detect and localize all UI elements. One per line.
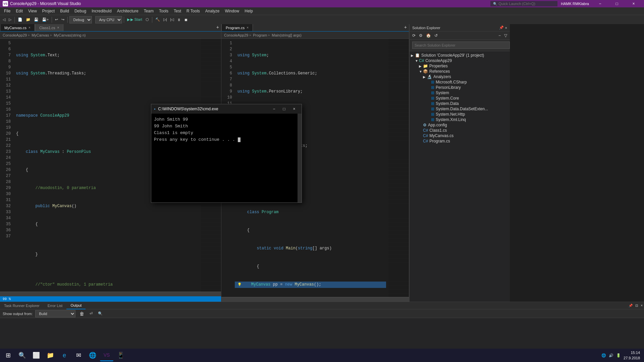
taskbar-vs-button[interactable]: VS [100, 349, 113, 361]
taskbar-extra-button[interactable]: 📱 [114, 349, 127, 361]
output-clear-button[interactable]: 🗑 [78, 310, 86, 318]
restore-button[interactable]: □ [609, 0, 625, 7]
menu-architecture[interactable]: Architecture [114, 7, 141, 15]
menu-project[interactable]: Project [40, 7, 57, 15]
tab-task-runner[interactable]: Task Runner Explorer [0, 302, 44, 309]
tree-app-config[interactable]: ⚙ App.config [410, 122, 510, 128]
toolbar-extra-4[interactable]: ⏹ [183, 16, 189, 24]
tree-ref-system-net-http[interactable]: ⊞ System.Net.Http [410, 112, 510, 117]
taskbar-chrome-button[interactable]: 🌐 [86, 349, 99, 361]
toolbar-extra-3[interactable]: ⏸ [176, 16, 182, 24]
open-button[interactable]: 📁 [24, 16, 32, 24]
right-new-tab-button[interactable]: + [402, 24, 409, 31]
menu-tools[interactable]: Tools [156, 7, 171, 15]
menu-incredibuild[interactable]: IncredibuId [89, 7, 114, 15]
project-expand-arrow[interactable]: ▼ [415, 59, 419, 63]
sol-sync-button[interactable]: ⟳ [411, 33, 417, 39]
tree-ref-system-core[interactable]: ⊞ System.Core [410, 96, 510, 101]
build-button[interactable]: 🔨 [154, 16, 161, 24]
undo-button[interactable]: ↩ [54, 16, 59, 24]
save-all-button[interactable]: 💾+ [41, 16, 50, 24]
cmd-close-button[interactable]: × [289, 105, 299, 113]
debug-mode-dropdown[interactable]: Debug [69, 16, 92, 23]
tray-network-icon[interactable]: 🌐 [601, 353, 606, 358]
bottom-close-button[interactable]: × [639, 302, 644, 310]
tab-class1-close[interactable]: × [57, 26, 59, 29]
taskbar-file-explorer-button[interactable]: 📁 [44, 349, 57, 361]
tab-error-list[interactable]: Error List [44, 302, 67, 309]
breadcrumb-project-right[interactable]: ConsoleApp29 [224, 33, 248, 37]
cmd-window-controls[interactable]: − □ × [269, 105, 299, 113]
menu-view[interactable]: View [25, 7, 40, 15]
properties-expand-arrow[interactable]: ▶ [419, 64, 423, 68]
cmd-minimize-button[interactable]: − [269, 105, 279, 113]
left-hscroll[interactable] [0, 292, 221, 296]
menu-analyze[interactable]: Analyze [203, 7, 222, 15]
new-file-button[interactable]: 📄 [16, 16, 24, 24]
tree-ref-personlibrary[interactable]: ⊞ PersonLibrary [410, 85, 510, 90]
platform-dropdown[interactable]: Any CPU [95, 16, 122, 23]
breadcrumb-class-left[interactable]: MyCanvas [32, 33, 49, 37]
quick-launch-area[interactable]: 🔍 [490, 1, 557, 6]
nav-forward-button[interactable]: ▷ [7, 16, 13, 24]
save-button[interactable]: 💾 [33, 16, 40, 24]
taskbar-search-button[interactable]: 🔍 [15, 349, 29, 361]
tray-volume-icon[interactable]: 🔊 [609, 353, 613, 358]
tree-project[interactable]: ▼ C# ConsoleApp29 [410, 58, 510, 63]
references-expand-arrow[interactable]: ▼ [419, 70, 423, 73]
close-panel-icon[interactable]: × [505, 26, 507, 30]
cmd-restore-button[interactable]: □ [279, 105, 289, 113]
tree-references[interactable]: ▼ 📦 References [410, 69, 510, 74]
left-new-tab-button[interactable]: + [214, 24, 221, 31]
tree-ref-system[interactable]: ⊞ System [410, 90, 510, 96]
tab-output[interactable]: Output [66, 302, 86, 309]
tree-ref-system-xml-linq[interactable]: ⊞ System.Xml.Linq [410, 117, 510, 122]
minimize-button[interactable]: − [592, 0, 608, 7]
taskbar-task-view-button[interactable]: ⬜ [30, 349, 43, 361]
solution-explorer-search-area[interactable] [410, 40, 510, 51]
tab-mycanvas[interactable]: MyCanvas.cs × [0, 24, 35, 31]
breadcrumb-project-left[interactable]: ConsoleApp29 [3, 33, 27, 37]
tree-analyzers[interactable]: ▶ 🔬 Analyzers [410, 74, 510, 79]
sol-props-button[interactable]: ⚙ [418, 33, 424, 39]
menu-help[interactable]: Help [242, 7, 256, 15]
sol-filter-button[interactable]: ▽ [503, 33, 508, 39]
analyzers-expand-arrow[interactable]: ▶ [423, 75, 427, 79]
menu-rtools[interactable]: R Tools [184, 7, 203, 15]
sol-home-button[interactable]: 🏠 [425, 33, 432, 39]
menu-window[interactable]: Window [222, 7, 242, 15]
nav-back-button[interactable]: ◁ [1, 16, 7, 24]
start-button[interactable]: ▶ ▶ Start [126, 16, 143, 24]
tree-solution-root[interactable]: ▶ 📋 Solution 'ConsoleApp29' (1 project) [410, 53, 510, 58]
menu-build[interactable]: Build [57, 7, 72, 15]
window-controls[interactable]: − □ × [592, 0, 641, 7]
output-source-dropdown[interactable]: Build [35, 310, 75, 317]
output-find-button[interactable]: 🔍 [97, 310, 104, 318]
sol-refresh-button[interactable]: ↺ [433, 33, 439, 39]
menu-file[interactable]: File [1, 7, 13, 15]
right-hscroll[interactable] [221, 297, 409, 302]
taskbar-start-button[interactable]: ⊞ [1, 349, 15, 361]
redo-button[interactable]: ↪ [60, 16, 66, 24]
tree-mycanvas-cs[interactable]: C# MyCanvas.cs [410, 133, 510, 138]
breadcrumb-class-right[interactable]: Program [253, 33, 267, 37]
cmd-scrollbar[interactable] [298, 114, 302, 202]
solution-expand-arrow[interactable]: ▶ [411, 54, 415, 57]
tab-program[interactable]: Program.cs × [221, 24, 253, 31]
tree-ref-system-data[interactable]: ⊞ System.Data [410, 101, 510, 106]
sol-collapse-button[interactable]: − [497, 33, 502, 39]
tree-properties[interactable]: ▶ 📁 Properties [410, 63, 510, 69]
close-button[interactable]: × [626, 0, 641, 7]
menu-team[interactable]: Team [141, 7, 156, 15]
toolbar-extra-2[interactable]: |◁ [169, 16, 175, 24]
menu-edit[interactable]: Edit [13, 7, 25, 15]
tray-battery-icon[interactable]: 🔋 [616, 353, 621, 358]
quick-launch-input[interactable] [498, 2, 552, 6]
attach-button[interactable]: ⬡ [144, 16, 150, 24]
taskbar-clock[interactable]: 15:14 27.9.2018 [624, 350, 640, 361]
tab-class1[interactable]: Class1.cs × [35, 24, 64, 31]
tab-mycanvas-close[interactable]: × [29, 26, 31, 29]
menu-test[interactable]: Test [171, 7, 184, 15]
toolbar-extra-1[interactable]: ▷| [162, 16, 168, 24]
tree-ref-microsoft-csharp[interactable]: ⊞ Microsoft.CSharp [410, 79, 510, 85]
